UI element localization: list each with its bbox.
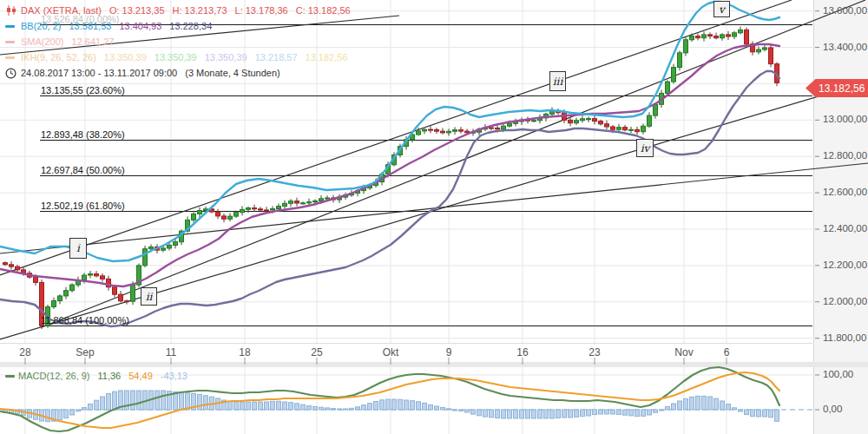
macd-histogram-bar (690, 397, 694, 410)
macd-histogram-bar (313, 407, 318, 411)
macd-histogram-bar (350, 408, 354, 410)
candle-body (575, 121, 579, 123)
macd-histogram-bar (763, 410, 767, 417)
candle-body (295, 201, 299, 203)
macd-histogram-bar (89, 404, 93, 410)
macd-histogram-bar (356, 407, 360, 410)
candle-body (617, 128, 621, 130)
macd-histogram-bar (344, 409, 348, 410)
macd-histogram-bar (648, 410, 652, 415)
macd-histogram-bar (678, 401, 682, 410)
candle-body (313, 201, 318, 201)
macd-histogram-bar (453, 410, 457, 411)
macd-histogram-bar (660, 410, 664, 411)
candle-body (569, 120, 573, 122)
macd-histogram-bar (423, 403, 427, 410)
candle-body (690, 36, 694, 40)
macd-pane (0, 367, 812, 431)
macd-histogram-bar (332, 409, 336, 410)
candle-body (769, 48, 773, 64)
candle-body (259, 209, 263, 210)
candle-body (714, 36, 719, 38)
macd-histogram-bar (599, 410, 603, 414)
candle-body (629, 129, 634, 130)
candle-body (301, 203, 306, 204)
candle-body (635, 129, 640, 131)
candle-body (739, 30, 743, 32)
macd-histogram-bar (587, 410, 591, 416)
macd-histogram-bar (727, 404, 731, 410)
candle-body (593, 119, 597, 122)
macd-histogram-bar (392, 399, 397, 410)
macd-histogram-bar (259, 402, 263, 410)
macd-histogram-bar (739, 410, 743, 411)
macd-histogram-bar (775, 410, 779, 421)
macd-histogram-bar (696, 396, 700, 410)
candle-body (417, 131, 421, 135)
macd-histogram-bar (556, 410, 561, 418)
bb-upper-line (0, 2, 779, 261)
macd-histogram-bar (155, 391, 160, 410)
candle-body (216, 212, 220, 216)
candle-body (447, 131, 451, 133)
candle-body (623, 128, 628, 130)
candle-body (58, 296, 62, 301)
candle-body (727, 35, 731, 36)
macd-histogram-bar (198, 394, 202, 410)
candle-body (228, 216, 233, 219)
candle-body (435, 129, 439, 131)
candle-body (95, 274, 99, 276)
macd-histogram-bar (253, 402, 257, 410)
candle-body (125, 301, 129, 302)
candle-body (641, 126, 646, 131)
candle-body (174, 242, 178, 246)
candle-body (89, 274, 93, 276)
candle-body (34, 277, 38, 282)
candle-body (240, 209, 245, 212)
candle-body (131, 285, 135, 301)
candle-body (465, 131, 470, 133)
candle-body (453, 130, 457, 132)
macd-histogram-bar (46, 410, 50, 422)
candle-body (70, 285, 75, 291)
candle-body (40, 282, 44, 326)
macd-histogram-bar (277, 401, 281, 410)
candle-body (289, 201, 293, 204)
macd-histogram-bar (101, 397, 105, 410)
gridlines (0, 0, 812, 434)
candle-body (265, 210, 269, 211)
candle-body (16, 266, 20, 270)
chart-canvas[interactable] (0, 0, 868, 434)
macd-histogram-bar (520, 410, 524, 418)
candle-body (326, 198, 330, 199)
macd-histogram-bar (635, 410, 640, 417)
trend-line (0, 0, 792, 275)
macd-histogram-bar (228, 401, 233, 410)
macd-histogram-bar (751, 410, 755, 417)
candle-body (605, 124, 609, 127)
candle-body (10, 265, 14, 266)
candle-body (611, 127, 615, 129)
candle-body (198, 211, 202, 214)
macd-histogram-bar (562, 410, 567, 418)
candle-body (763, 48, 767, 49)
macd-histogram-bar (374, 402, 378, 411)
candle-body (678, 53, 682, 68)
macd-histogram-bar (95, 400, 99, 410)
macd-histogram-bar (702, 396, 707, 410)
chart-panel: 13.526,84 (0.00%)13.135,55 (23.60%)12.89… (0, 0, 868, 434)
macd-histogram-bar (623, 410, 628, 415)
candle-body (684, 40, 688, 53)
candle-body (52, 301, 56, 307)
macd-histogram-bar (593, 410, 597, 415)
candle-body (192, 214, 196, 220)
macd-histogram-bar (411, 401, 415, 410)
macd-histogram-bar (137, 391, 141, 410)
macd-histogram-bar (307, 406, 312, 410)
macd-histogram-bar (240, 402, 245, 410)
macd-histogram-bar (654, 410, 658, 412)
trend-line (0, 16, 399, 55)
candle-body (283, 203, 287, 206)
macd-histogram-bar (459, 410, 464, 411)
macd-histogram-bar (447, 409, 451, 410)
